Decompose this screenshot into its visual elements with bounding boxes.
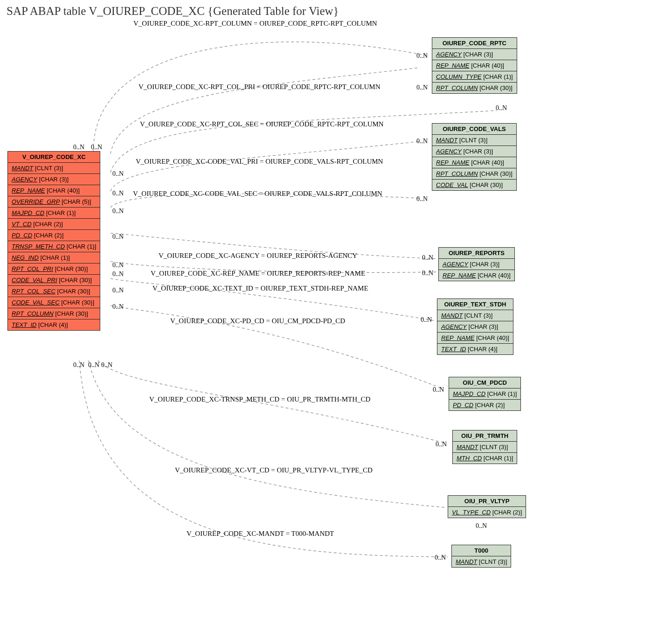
field-row: MANDT [CLNT (3)] <box>8 163 100 174</box>
card-r-9: 0..N <box>436 441 447 448</box>
card-r-10: 0..N <box>476 522 487 530</box>
card-l-11: 0..N <box>88 361 99 369</box>
entity-main: V_OIUREP_CODE_XC MANDT [CLNT (3)]AGENCY … <box>7 151 100 331</box>
field-row: RPT_COLUMN [CHAR (30)] <box>432 83 517 93</box>
card-l-12: 0..N <box>101 361 112 369</box>
entity-pdcd-header: OIU_CM_PDCD <box>449 377 520 388</box>
card-l-1: 0..N <box>91 144 102 151</box>
entity-stdh-header: OIUREP_TEXT_STDH <box>437 299 513 310</box>
rel-label-11: V_OIUREP_CODE_XC-MANDT = T000-MANDT <box>187 530 334 538</box>
card-l-2: 0..N <box>112 170 124 178</box>
card-l-4: 0..N <box>112 208 124 215</box>
field-row: AGENCY [CHAR (3)] <box>437 321 513 333</box>
field-row: MANDT [CLNT (3)] <box>452 556 511 567</box>
field-row: MAJPD_CD [CHAR (1)] <box>449 388 520 400</box>
field-row: TRNSP_METH_CD [CHAR (1)] <box>8 241 100 252</box>
field-row: PD_CD [CHAR (2)] <box>8 230 100 241</box>
rel-label-1: V_OIUREP_CODE_XC-RPT_COL_PRI = OIUREP_CO… <box>139 83 381 91</box>
rel-label-6: V_OIUREP_CODE_XC-REP_NAME = OIUREP_REPOR… <box>151 270 365 277</box>
field-row: MANDT [CLNT (3)] <box>453 442 517 453</box>
card-r-7: 0..N <box>421 316 432 324</box>
entity-rptc: OIUREP_CODE_RPTC AGENCY [CHAR (3)]REP_NA… <box>432 37 517 94</box>
field-row: AGENCY [CHAR (3)] <box>8 174 100 185</box>
field-row: REP_NAME [CHAR (40)] <box>432 60 517 71</box>
field-row: REP_NAME [CHAR (40)] <box>432 157 516 168</box>
field-row: CODE_VAL [CHAR (30)] <box>432 180 516 190</box>
field-row: OVERRIDE_GRP [CHAR (5)] <box>8 196 100 208</box>
entity-reports-header: OIUREP_REPORTS <box>439 248 514 259</box>
field-row: PD_CD [CHAR (2)] <box>449 400 520 410</box>
entity-rptc-header: OIUREP_CODE_RPTC <box>432 38 517 49</box>
field-row: RPT_COL_SEC [CHAR (30)] <box>8 286 100 297</box>
card-r-1: 0..N <box>416 84 428 91</box>
field-row: MANDT [CLNT (3)] <box>432 135 516 146</box>
entity-trmth-header: OIU_PR_TRMTH <box>453 430 517 442</box>
rel-label-0: V_OIUREP_CODE_XC-RPT_COLUMN = OIUREP_COD… <box>133 20 377 28</box>
field-row: TEXT_ID [CHAR (4)] <box>8 319 100 330</box>
card-l-8: 0..N <box>112 287 124 294</box>
page-title: SAP ABAP table V_OIUREP_CODE_XC {Generat… <box>7 5 339 18</box>
field-row: MTH_CD [CHAR (1)] <box>453 453 517 464</box>
entity-trmth: OIU_PR_TRMTH MANDT [CLNT (3)]MTH_CD [CHA… <box>452 430 517 464</box>
relationship-lines <box>0 0 672 617</box>
rel-label-7: V_OIUREP_CODE_XC-TEXT_ID = OIUREP_TEXT_S… <box>152 284 368 292</box>
rel-label-8: V_OIUREP_CODE_XC-PD_CD = OIU_CM_PDCD-PD_… <box>170 317 345 325</box>
rel-label-10: V_OIUREP_CODE_XC-VT_CD = OIU_PR_VLTYP-VL… <box>175 466 373 474</box>
field-row: REP_NAME [CHAR (40)] <box>8 185 100 196</box>
rel-label-2: V_OIUREP_CODE_XC-RPT_COL_SEC = OIUREP_CO… <box>140 120 384 128</box>
entity-vltyp-header: OIU_PR_VLTYP <box>448 496 526 507</box>
entity-t000: T000 MANDT [CLNT (3)] <box>451 545 511 568</box>
entity-reports: OIUREP_REPORTS AGENCY [CHAR (3)]REP_NAME… <box>438 247 515 281</box>
card-l-7: 0..N <box>112 270 124 278</box>
card-r-8: 0..N <box>433 386 444 394</box>
card-r-6: 0..N <box>422 270 433 277</box>
card-r-0: 0..N <box>416 52 428 60</box>
field-row: RPT_COLUMN [CHAR (30)] <box>8 308 100 319</box>
field-row: VT_CD [CHAR (2)] <box>8 219 100 230</box>
field-row: VL_TYPE_CD [CHAR (2)] <box>448 507 526 518</box>
card-r-5: 0..N <box>422 254 433 262</box>
entity-t000-header: T000 <box>452 545 511 556</box>
card-l-0: 0..N <box>73 144 84 151</box>
card-l-9: 0..N <box>112 303 124 311</box>
rel-label-5: V_OIUREP_CODE_XC-AGENCY = OIUREP_REPORTS… <box>159 252 357 260</box>
rel-label-3: V_OIUREP_CODE_XC-CODE_VAL_PRI = OIUREP_C… <box>136 158 383 166</box>
card-r-11: 0..N <box>435 554 446 562</box>
field-row: AGENCY [CHAR (3)] <box>439 259 514 270</box>
card-r-4: 0..N <box>416 195 428 203</box>
field-row: MAJPD_CD [CHAR (1)] <box>8 208 100 219</box>
entity-pdcd: OIU_CM_PDCD MAJPD_CD [CHAR (1)]PD_CD [CH… <box>449 377 521 411</box>
entity-vltyp: OIU_PR_VLTYP VL_TYPE_CD [CHAR (2)] <box>448 495 526 518</box>
field-row: CODE_VAL_PRI [CHAR (30)] <box>8 275 100 286</box>
field-row: RPT_COL_PRI [CHAR (30)] <box>8 263 100 275</box>
card-l-6: 0..N <box>112 262 124 269</box>
entity-vals-header: OIUREP_CODE_VALS <box>432 124 516 135</box>
card-r-3: 0..N <box>416 138 428 145</box>
field-row: RPT_COLUMN [CHAR (30)] <box>432 168 516 180</box>
field-row: AGENCY [CHAR (3)] <box>432 146 516 157</box>
card-l-10: 0..N <box>73 361 84 369</box>
field-row: CODE_VAL_SEC [CHAR (30)] <box>8 297 100 308</box>
field-row: MANDT [CLNT (3)] <box>437 310 513 321</box>
entity-stdh: OIUREP_TEXT_STDH MANDT [CLNT (3)]AGENCY … <box>437 298 513 355</box>
field-row: TEXT_ID [CHAR (4)] <box>437 344 513 354</box>
field-row: NEG_IND [CHAR (1)] <box>8 252 100 263</box>
field-row: REP_NAME [CHAR (40)] <box>439 270 514 281</box>
rel-label-4: V_OIUREP_CODE_XC-CODE_VAL_SEC = OIUREP_C… <box>133 190 382 198</box>
card-r-2: 0..N <box>496 104 507 112</box>
entity-vals: OIUREP_CODE_VALS MANDT [CLNT (3)]AGENCY … <box>432 123 517 191</box>
entity-main-header: V_OIUREP_CODE_XC <box>8 152 100 163</box>
rel-label-9: V_OIUREP_CODE_XC-TRNSP_METH_CD = OIU_PR_… <box>149 395 370 403</box>
field-row: COLUMN_TYPE [CHAR (1)] <box>432 71 517 83</box>
field-row: REP_NAME [CHAR (40)] <box>437 333 513 344</box>
field-row: AGENCY [CHAR (3)] <box>432 49 517 60</box>
card-l-3: 0..N <box>112 190 124 197</box>
card-l-5: 0..N <box>112 233 124 241</box>
